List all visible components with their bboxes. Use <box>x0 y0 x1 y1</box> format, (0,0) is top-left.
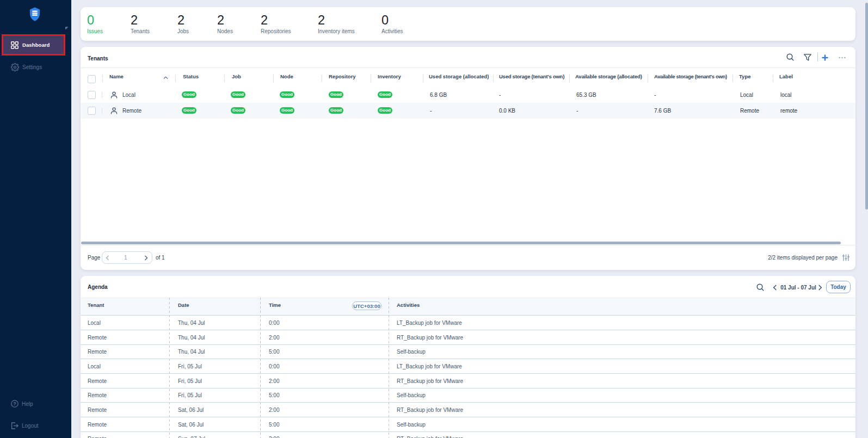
svg-text:?: ? <box>13 401 16 406</box>
